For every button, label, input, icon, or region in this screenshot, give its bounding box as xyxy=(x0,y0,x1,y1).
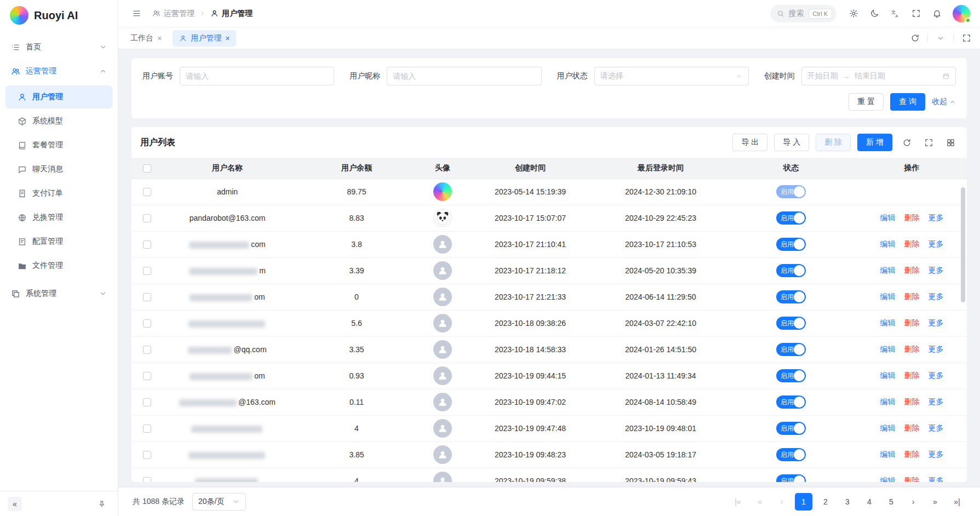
status-toggle[interactable]: 启用 xyxy=(776,185,806,198)
more-link[interactable]: 更多 xyxy=(928,213,943,222)
page-button[interactable]: 3 xyxy=(839,493,856,511)
edit-link[interactable]: 编辑 xyxy=(880,345,896,353)
sidebar-item-package-management[interactable]: 套餐管理 xyxy=(5,134,112,157)
sidebar-item-operations[interactable]: 运营管理 xyxy=(5,59,112,83)
delete-link[interactable]: 删除 xyxy=(904,397,920,406)
row-checkbox[interactable] xyxy=(143,214,151,222)
search-button[interactable]: 查 询 xyxy=(890,93,925,111)
sidebar-item-system-management[interactable]: 系统管理 xyxy=(5,282,112,306)
select-all-checkbox[interactable] xyxy=(143,164,151,173)
sidebar-item-payment-orders[interactable]: 支付订单 xyxy=(5,182,112,205)
edit-link[interactable]: 编辑 xyxy=(880,266,896,274)
delete-link[interactable]: 删除 xyxy=(904,476,920,482)
fullscreen-icon[interactable] xyxy=(921,135,936,150)
status-toggle[interactable]: 启用 xyxy=(776,343,806,356)
close-icon[interactable]: × xyxy=(157,35,162,42)
first-page-button[interactable]: |« xyxy=(729,493,747,511)
status-toggle[interactable]: 启用 xyxy=(776,422,806,435)
edit-link[interactable]: 编辑 xyxy=(880,423,896,432)
edit-link[interactable]: 编辑 xyxy=(880,213,896,222)
delete-link[interactable]: 删除 xyxy=(904,318,920,327)
reset-button[interactable]: 重 置 xyxy=(849,93,884,111)
more-link[interactable]: 更多 xyxy=(928,371,943,380)
row-checkbox[interactable] xyxy=(143,240,151,249)
nickname-input[interactable] xyxy=(387,67,541,85)
prev-page-button[interactable]: ‹ xyxy=(773,493,790,511)
delete-link[interactable]: 删除 xyxy=(904,266,920,274)
sidebar-item-exchange-management[interactable]: 兑换管理 xyxy=(5,206,112,229)
gear-icon[interactable] xyxy=(845,5,862,22)
more-link[interactable]: 更多 xyxy=(928,292,943,301)
breadcrumb-user-management[interactable]: 用户管理 xyxy=(210,9,253,19)
refresh-icon[interactable] xyxy=(907,30,923,47)
expand-icon[interactable] xyxy=(958,30,975,47)
refresh-icon[interactable] xyxy=(899,135,914,150)
page-button[interactable]: 1 xyxy=(795,493,812,511)
edit-link[interactable]: 编辑 xyxy=(880,239,896,248)
edit-link[interactable]: 编辑 xyxy=(880,292,896,301)
more-link[interactable]: 更多 xyxy=(928,239,943,248)
row-checkbox[interactable] xyxy=(143,477,151,482)
row-checkbox[interactable] xyxy=(143,425,151,433)
row-checkbox[interactable] xyxy=(143,451,151,459)
status-select[interactable]: 请选择 xyxy=(594,67,749,85)
delete-link[interactable]: 删除 xyxy=(904,450,920,458)
sidebar-item-config-management[interactable]: 配置管理 xyxy=(5,230,112,253)
delete-link[interactable]: 删除 xyxy=(904,345,920,353)
row-checkbox[interactable] xyxy=(143,346,151,354)
more-link[interactable]: 更多 xyxy=(928,318,943,327)
row-checkbox[interactable] xyxy=(143,319,151,328)
chevron-down-icon[interactable] xyxy=(932,30,949,47)
status-toggle[interactable]: 启用 xyxy=(776,474,806,482)
status-toggle[interactable]: 启用 xyxy=(776,317,806,330)
status-toggle[interactable]: 启用 xyxy=(776,211,806,225)
import-button[interactable]: 导 入 xyxy=(774,134,809,151)
tab-user-management[interactable]: 用户管理 × xyxy=(173,30,236,47)
sidebar-collapse-button[interactable]: « xyxy=(8,497,22,511)
edit-link[interactable]: 编辑 xyxy=(880,318,896,327)
bell-icon[interactable] xyxy=(929,5,945,22)
scrollbar[interactable] xyxy=(961,187,965,302)
sidebar-item-file-management[interactable]: 文件管理 xyxy=(5,254,112,277)
pin-icon[interactable] xyxy=(94,496,110,512)
edit-link[interactable]: 编辑 xyxy=(880,450,896,458)
status-toggle[interactable]: 启用 xyxy=(776,395,806,409)
edit-link[interactable]: 编辑 xyxy=(880,476,896,482)
export-button[interactable]: 导 出 xyxy=(732,134,767,151)
more-link[interactable]: 更多 xyxy=(928,397,943,406)
tab-workbench[interactable]: 工作台 × xyxy=(124,30,168,47)
more-link[interactable]: 更多 xyxy=(928,423,943,432)
fullscreen-icon[interactable] xyxy=(908,5,924,22)
menu-toggle-icon[interactable] xyxy=(128,5,145,22)
page-button[interactable]: 4 xyxy=(861,493,878,511)
delete-link[interactable]: 删除 xyxy=(904,292,920,301)
sidebar-item-home[interactable]: 首页 xyxy=(5,35,112,59)
status-toggle[interactable]: 启用 xyxy=(776,448,806,461)
search-input[interactable]: 搜索 Ctrl K xyxy=(770,5,837,22)
last-page-button[interactable]: »| xyxy=(948,493,966,511)
more-link[interactable]: 更多 xyxy=(928,476,943,482)
add-button[interactable]: 新 增 xyxy=(857,134,892,151)
status-toggle[interactable]: 启用 xyxy=(776,238,806,251)
delete-link[interactable]: 删除 xyxy=(904,423,920,432)
delete-link[interactable]: 删除 xyxy=(904,239,920,248)
user-avatar[interactable] xyxy=(953,5,970,22)
date-range-input[interactable]: 开始日期 → 结束日期 xyxy=(801,67,956,85)
next-page-button[interactable]: › xyxy=(904,493,922,511)
status-toggle[interactable]: 启用 xyxy=(776,290,806,303)
delete-link[interactable]: 删除 xyxy=(904,371,920,380)
edit-link[interactable]: 编辑 xyxy=(880,371,896,380)
row-checkbox[interactable] xyxy=(143,372,151,380)
sidebar-item-chat-messages[interactable]: 聊天消息 xyxy=(5,158,112,181)
breadcrumb-operations[interactable]: 运营管理 xyxy=(152,9,194,19)
column-settings-icon[interactable] xyxy=(943,135,958,150)
row-checkbox[interactable] xyxy=(143,188,151,196)
edit-link[interactable]: 编辑 xyxy=(880,397,896,406)
close-icon[interactable]: × xyxy=(225,35,230,42)
sidebar-item-user-management[interactable]: 用户管理 xyxy=(5,85,112,108)
page-size-select[interactable]: 20条/页 xyxy=(192,493,246,511)
prev-group-button[interactable]: « xyxy=(751,493,769,511)
more-link[interactable]: 更多 xyxy=(928,450,943,458)
account-input[interactable] xyxy=(180,67,334,85)
delete-link[interactable]: 删除 xyxy=(904,213,920,222)
